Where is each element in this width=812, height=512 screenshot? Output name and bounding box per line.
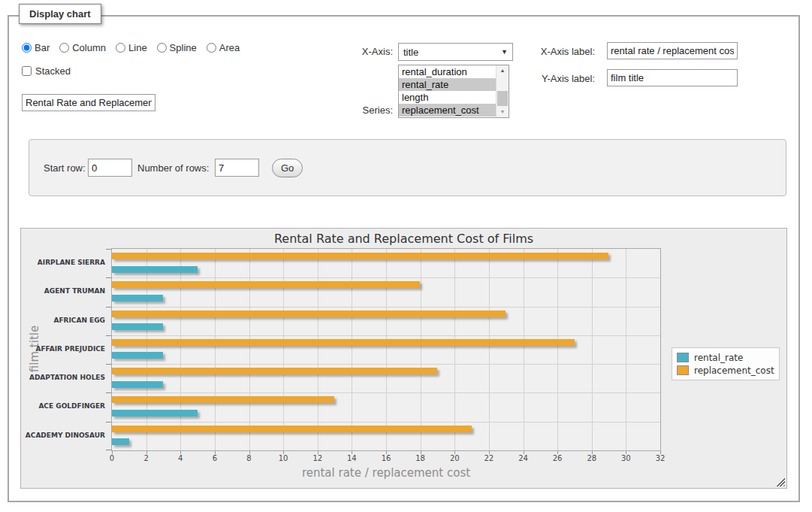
x-axis-label-input[interactable] — [607, 42, 738, 59]
scrollbar-thumb[interactable] — [497, 91, 508, 106]
series-option-replacement_cost[interactable]: replacement_cost — [399, 104, 500, 117]
x-tick-label: 14 — [340, 454, 363, 462]
y-axis-label-input[interactable] — [607, 69, 738, 86]
chart-type-option-line[interactable]: Line — [116, 42, 147, 53]
legend-swatch — [677, 353, 689, 362]
y-axis-tick — [106, 364, 111, 365]
x-tick-label: 0 — [101, 454, 123, 462]
x-tick-label: 6 — [204, 454, 226, 462]
category-label: ADAPTATION HOLES — [24, 374, 105, 382]
x-tick-label: 16 — [375, 454, 397, 462]
category-label: AGENT TRUMAN — [24, 287, 105, 295]
x-tick-label: 12 — [306, 454, 329, 462]
gridline — [249, 249, 250, 450]
radio-line[interactable] — [116, 43, 125, 53]
bar-replacement_cost — [112, 253, 608, 259]
bar-replacement_cost — [112, 311, 506, 317]
x-tick-label: 30 — [614, 454, 637, 462]
x-tick-label: 8 — [238, 454, 261, 462]
gridline — [112, 422, 660, 423]
bar-replacement_cost — [112, 339, 575, 346]
x-tick-label: 2 — [135, 454, 158, 462]
start-row-label: Start row: — [44, 162, 86, 174]
series-option-length[interactable]: length — [399, 91, 500, 104]
gridline — [524, 249, 524, 450]
bar-rental_rate — [112, 323, 163, 330]
x-tick-label: 24 — [512, 454, 535, 462]
gridline — [215, 249, 216, 450]
legend-label: replacement_cost — [694, 365, 774, 376]
chart-legend: rental_ratereplacement_cost — [672, 347, 780, 380]
chart-type-option-spline[interactable]: Spline — [157, 42, 197, 53]
row-controls-panel: Start row: Number of rows: Go — [29, 139, 786, 196]
chart-type-option-area[interactable]: Area — [207, 42, 240, 53]
x-axis-select[interactable]: title ▼ — [398, 43, 513, 61]
x-tick-label: 22 — [478, 454, 500, 462]
legend-swatch — [677, 365, 689, 375]
y-axis-tick — [106, 249, 111, 250]
resize-handle-icon[interactable] — [776, 477, 785, 486]
radio-label: Spline — [170, 42, 197, 53]
series-option-rental_rate[interactable]: rental_rate — [399, 78, 500, 91]
x-tick-label: 26 — [546, 454, 569, 462]
bar-replacement_cost — [112, 368, 437, 374]
bar-replacement_cost — [112, 426, 472, 432]
gridline — [557, 249, 558, 450]
chart-title-input[interactable] — [22, 94, 155, 111]
series-listbox[interactable]: rental_durationrental_ratelengthreplacem… — [398, 65, 509, 118]
stacked-label: Stacked — [35, 65, 71, 77]
stacked-checkbox[interactable] — [22, 66, 32, 76]
chart-type-option-bar[interactable]: Bar — [22, 42, 50, 53]
listbox-scrollbar[interactable]: ▲ ▼ — [496, 65, 509, 117]
gridline — [112, 392, 660, 393]
radio-area[interactable] — [207, 43, 216, 53]
chart-type-option-column[interactable]: Column — [59, 42, 106, 53]
radio-spline[interactable] — [157, 43, 167, 53]
gridline — [352, 249, 352, 450]
scroll-down-icon[interactable]: ▼ — [497, 107, 509, 117]
category-label: AFRICAN EGG — [24, 317, 105, 325]
gridline — [318, 249, 318, 450]
bar-rental_rate — [112, 410, 198, 417]
gridline — [386, 249, 387, 450]
plot-area: 02468101214161820222426283032 — [111, 248, 661, 451]
bar-replacement_cost — [112, 396, 334, 403]
gridline — [489, 249, 490, 450]
display-chart-panel: Display chart BarColumnLineSplineArea St… — [8, 15, 800, 502]
x-axis-selected-value: title — [403, 47, 418, 58]
panel-title: Display chart — [19, 4, 101, 24]
x-axis-title: rental rate / replacement cost — [111, 466, 661, 480]
go-button[interactable]: Go — [272, 159, 303, 177]
bar-rental_rate — [112, 266, 198, 273]
gridline — [112, 335, 660, 336]
bar-rental_rate — [112, 438, 129, 445]
bar-rental_rate — [112, 352, 163, 359]
category-label: ACADEMY DINOSAUR — [24, 432, 105, 440]
category-label: AIRPLANE SIERRA — [24, 259, 105, 267]
number-of-rows-label: Number of rows: — [137, 162, 209, 174]
number-of-rows-input[interactable] — [215, 159, 259, 177]
start-row-input[interactable] — [88, 159, 132, 177]
radio-label: Line — [128, 42, 147, 53]
series-listbox-label: Series: — [332, 105, 393, 116]
gridline — [146, 249, 147, 450]
scroll-up-icon[interactable]: ▲ — [497, 65, 509, 76]
gridline — [421, 249, 421, 450]
bar-rental_rate — [112, 295, 163, 301]
x-tick-label: 18 — [409, 454, 432, 462]
category-label: ACE GOLDFINGER — [24, 402, 105, 411]
chart-type-radios: BarColumnLineSplineArea — [22, 41, 240, 53]
bar-replacement_cost — [112, 281, 420, 288]
radio-column[interactable] — [59, 43, 69, 53]
series-listbox-items: rental_durationrental_ratelengthreplacem… — [399, 65, 509, 117]
series-option-rental_duration[interactable]: rental_duration — [399, 65, 500, 78]
stacked-option[interactable]: Stacked — [22, 65, 71, 77]
radio-bar[interactable] — [22, 43, 32, 53]
bar-rental_rate — [112, 381, 163, 388]
y-axis-tick — [106, 450, 111, 450]
x-tick-label: 20 — [443, 454, 466, 462]
gridline — [112, 364, 660, 365]
gridline — [626, 249, 626, 450]
category-label: AFFAIR PREJUDICE — [24, 345, 105, 353]
gridline — [112, 277, 660, 278]
